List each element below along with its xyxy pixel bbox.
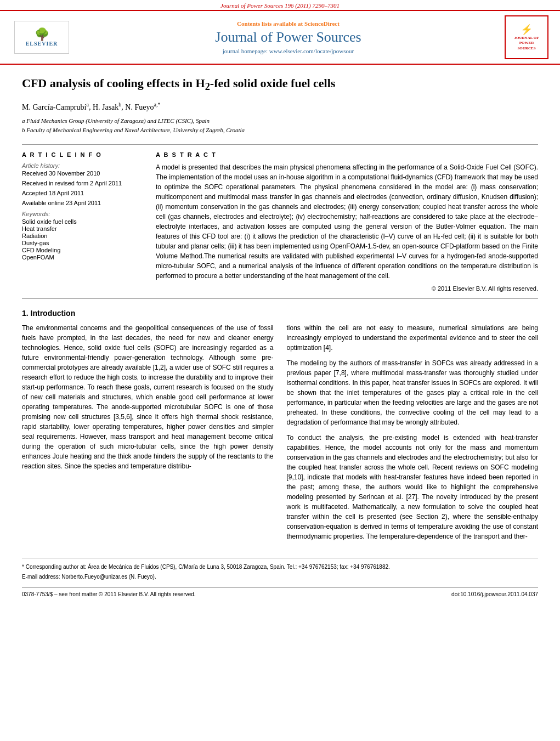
- journal-title-area: Contents lists available at ScienceDirec…: [75, 20, 502, 54]
- footnote-email: E-mail address: Norberto.Fueyo@unizar.es…: [22, 573, 538, 581]
- abstract-col: A B S T R A C T A model is presented tha…: [156, 151, 538, 292]
- copyright-line: © 2011 Elsevier B.V. All rights reserved…: [156, 285, 538, 292]
- section1-right-para: tions within the cell are not easy to me…: [287, 323, 539, 353]
- keyword-6: OpenFOAM: [22, 254, 143, 261]
- section1-right: tions within the cell are not easy to me…: [287, 323, 539, 547]
- title-suffix: -fed solid oxide fuel cells: [210, 76, 336, 90]
- power-icon: ⚡: [521, 24, 533, 36]
- abstract-heading: A B S T R A C T: [156, 151, 538, 158]
- sciencedirect-prefix: Contents lists available at: [237, 20, 304, 27]
- keyword-5: CFD Modeling: [22, 247, 143, 253]
- sciencedirect-line: Contents lists available at ScienceDirec…: [75, 20, 502, 27]
- homepage-prefix: journal homepage:: [223, 48, 269, 54]
- author3: , N. Fueyo: [121, 103, 154, 111]
- history-label: Article history:: [22, 162, 143, 169]
- author2: , H. Jasak: [89, 103, 118, 111]
- journal-logo-box: ⚡ Journal ofPowerSources: [505, 15, 548, 59]
- affiliation-b: b Faculty of Mechanical Engineering and …: [22, 126, 538, 135]
- journal-citation: Journal of Power Sources 196 (2011) 7290…: [220, 2, 340, 9]
- article-info-abstract: A R T I C L E I N F O Article history: R…: [22, 151, 538, 292]
- accepted: Accepted 18 April 2011: [22, 190, 143, 196]
- article-info-heading: A R T I C L E I N F O: [22, 151, 143, 158]
- affiliations: a Fluid Mechanics Group (University of Z…: [22, 116, 538, 135]
- abstract-text: A model is presented that describes the …: [156, 162, 538, 281]
- keyword-2: Heat transfer: [22, 225, 143, 232]
- author3-sup: a,*: [154, 101, 160, 108]
- elsevier-logo: 🌳 ELSEVIER: [14, 21, 69, 54]
- article-title: CFD analysis of cooling effects in H2-fe…: [22, 76, 538, 94]
- footnote-area: * Corresponding author at: Área de Mecán…: [22, 558, 538, 581]
- sciencedirect-link-text[interactable]: ScienceDirect: [304, 20, 340, 27]
- article-info-col: A R T I C L E I N F O Article history: R…: [22, 151, 143, 292]
- journal-logo-area: ⚡ Journal ofPowerSources: [502, 15, 551, 59]
- section1-left: The environmental concerns and the geopo…: [22, 323, 274, 547]
- journal-main-title: Journal of Power Sources: [75, 29, 502, 46]
- divider-1: [22, 144, 538, 145]
- affiliation-a: a Fluid Mechanics Group (University of Z…: [22, 116, 538, 126]
- footnote-star: * Corresponding author at: Área de Mecán…: [22, 563, 538, 571]
- keyword-4: Dusty-gas: [22, 240, 143, 246]
- bottom-bar: 0378-7753/$ – see front matter © 2011 El…: [22, 587, 538, 597]
- elsevier-tree-icon: 🌳: [35, 29, 49, 41]
- keyword-1: Solid oxide fuel cells: [22, 218, 143, 225]
- title-part1: CFD analysis of cooling effects in H: [22, 76, 205, 90]
- keyword-3: Radiation: [22, 233, 143, 239]
- authors-line: M. García-Camprubía, H. Jasakb, N. Fueyo…: [22, 101, 538, 112]
- doi-line: doi:10.1016/j.jpowsour.2011.04.037: [451, 591, 538, 597]
- received1: Received 30 November 2010: [22, 170, 143, 177]
- publisher-logo-area: 🌳 ELSEVIER: [9, 21, 75, 54]
- section1-body: The environmental concerns and the geopo…: [22, 323, 538, 547]
- keywords-label: Keywords:: [22, 211, 143, 217]
- main-content: CFD analysis of cooling effects in H2-fe…: [0, 65, 560, 608]
- section1-left-para: The environmental concerns and the geopo…: [22, 323, 274, 471]
- issn-line: 0378-7753/$ – see front matter © 2011 El…: [22, 591, 196, 597]
- homepage-line: journal homepage: www.elsevier.com/locat…: [75, 48, 502, 54]
- available-online: Available online 23 April 2011: [22, 200, 143, 206]
- divider-2: [22, 298, 538, 299]
- author1: M. García-Camprubí: [22, 103, 86, 111]
- title-sub: 2: [205, 81, 210, 92]
- received2: Received in revised form 2 April 2011: [22, 180, 143, 186]
- journal-logo-text: Journal ofPowerSources: [514, 36, 539, 50]
- journal-header: 🌳 ELSEVIER Contents lists available at S…: [0, 11, 560, 65]
- elsevier-label: ELSEVIER: [26, 41, 58, 47]
- section1-right-para2: The modeling by the authors of mass-tran…: [287, 358, 539, 427]
- section1-right-para3: To conduct the analysis, the pre-existin…: [287, 433, 539, 541]
- top-bar: Journal of Power Sources 196 (2011) 7290…: [0, 0, 560, 11]
- homepage-url[interactable]: www.elsevier.com/locate/jpowsour: [269, 48, 354, 54]
- section1-heading: 1. Introduction: [22, 309, 538, 318]
